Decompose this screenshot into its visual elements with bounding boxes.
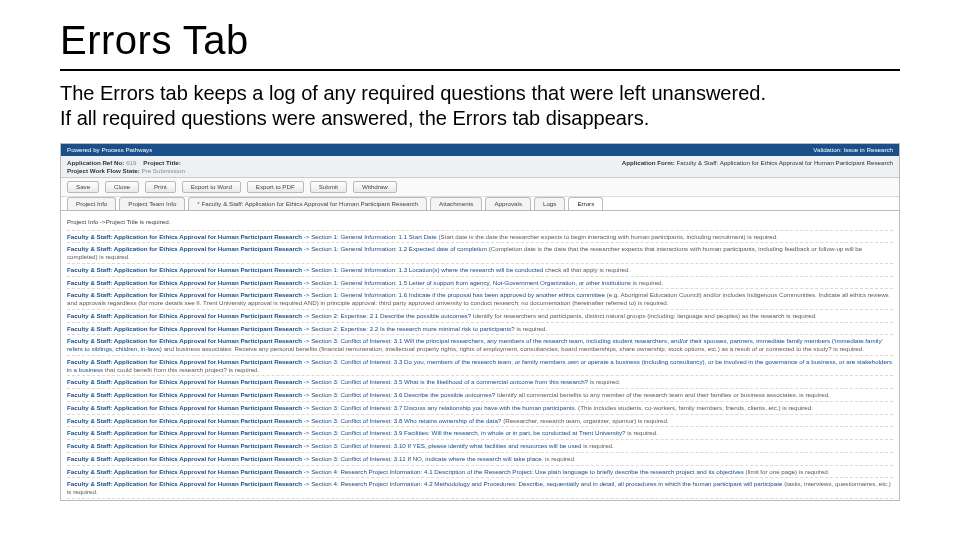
export-to-pdf-button[interactable]: Export to PDF xyxy=(247,181,304,193)
workflow-value: Pre Submission xyxy=(142,167,185,174)
error-row: Faculty & Staff: Application for Ethics … xyxy=(67,477,893,498)
export-to-word-button[interactable]: Export to Word xyxy=(182,181,241,193)
error-row: Faculty & Staff: Application for Ethics … xyxy=(67,288,893,309)
app-meta-bar: Application Ref No: 619 Project Title: P… xyxy=(61,156,899,179)
app-top-bar: Powered by Process Pathways Validation: … xyxy=(61,144,899,156)
error-row: Faculty & Staff: Application for Ethics … xyxy=(67,426,893,439)
withdraw-button[interactable]: Withdraw xyxy=(353,181,397,193)
error-row: Faculty & Staff: Application for Ethics … xyxy=(67,322,893,335)
error-row: Faculty & Staff: Application for Ethics … xyxy=(67,498,893,500)
action-button-row: SaveClosePrintExport to WordExport to PD… xyxy=(61,178,899,197)
error-row: Faculty & Staff: Application for Ethics … xyxy=(67,276,893,289)
error-row: Faculty & Staff: Application for Ethics … xyxy=(67,452,893,465)
error-row: Faculty & Staff: Application for Ethics … xyxy=(67,414,893,427)
ref-label: Application Ref No: xyxy=(67,159,124,166)
title-rule xyxy=(60,69,900,71)
submit-button[interactable]: Submit xyxy=(310,181,347,193)
save-button[interactable]: Save xyxy=(67,181,99,193)
print-button[interactable]: Print xyxy=(145,181,176,193)
error-row: Faculty & Staff: Application for Ethics … xyxy=(67,401,893,414)
error-row: Faculty & Staff: Application for Ethics … xyxy=(67,355,893,376)
error-row: Faculty & Staff: Application for Ethics … xyxy=(67,388,893,401)
form-label: Application Form: xyxy=(622,159,675,166)
error-row: Faculty & Staff: Application for Ethics … xyxy=(67,375,893,388)
error-row: Faculty & Staff: Application for Ethics … xyxy=(67,242,893,263)
tab-logs[interactable]: Logs xyxy=(534,197,565,210)
tab-project-team-info[interactable]: Project Team Info xyxy=(119,197,185,210)
close-button[interactable]: Close xyxy=(105,181,139,193)
tab-approvals[interactable]: Approvals xyxy=(485,197,531,210)
errors-list: Project Info ->Project Title is required… xyxy=(61,211,899,500)
tab-faculty-staff-application-for-ethics-approval-for-human-participant-research[interactable]: Faculty & Staff: Application for Ethics … xyxy=(188,197,427,210)
tab-errors[interactable]: Errors xyxy=(568,197,603,210)
powered-by: Powered by Process Pathways xyxy=(67,146,152,154)
ref-value: 619 xyxy=(126,159,136,166)
error-row: Faculty & Staff: Application for Ethics … xyxy=(67,334,893,355)
error-first-line: Project Info ->Project Title is required… xyxy=(67,218,893,226)
app-screenshot: Powered by Process Pathways Validation: … xyxy=(60,143,900,501)
workflow-label: Project Work Flow State: xyxy=(67,167,140,174)
tab-strip: Project InfoProject Team InfoFaculty & S… xyxy=(61,197,899,211)
validation-banner: Validation: Issue in Research xyxy=(813,146,893,154)
slide-lead: The Errors tab keeps a log of any requir… xyxy=(60,81,780,131)
slide-title: Errors Tab xyxy=(60,18,900,63)
proj-title-label: Project Title: xyxy=(143,159,180,166)
error-row: Faculty & Staff: Application for Ethics … xyxy=(67,465,893,478)
tab-attachments[interactable]: Attachments xyxy=(430,197,482,210)
error-row: Faculty & Staff: Application for Ethics … xyxy=(67,309,893,322)
form-value: Faculty & Staff: Application for Ethics … xyxy=(676,159,893,166)
tab-project-info[interactable]: Project Info xyxy=(67,197,116,210)
error-row: Faculty & Staff: Application for Ethics … xyxy=(67,439,893,452)
error-row: Faculty & Staff: Application for Ethics … xyxy=(67,230,893,243)
error-row: Faculty & Staff: Application for Ethics … xyxy=(67,263,893,276)
